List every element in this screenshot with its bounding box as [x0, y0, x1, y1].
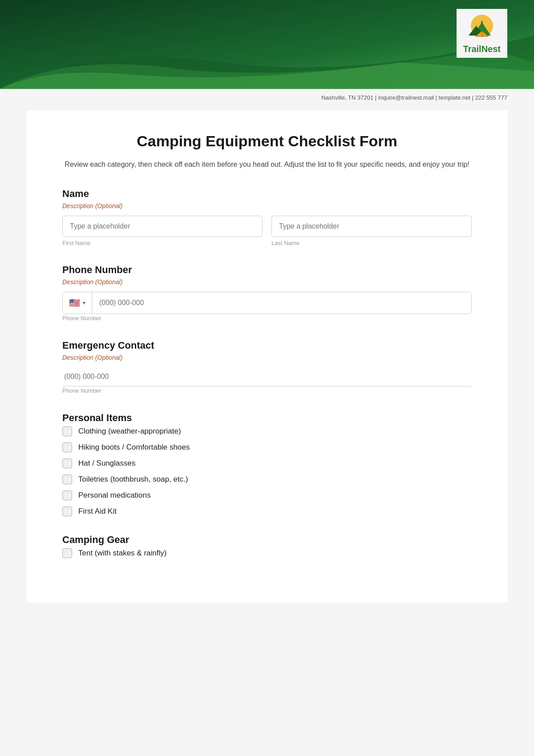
- list-item: Hat / Sunglasses: [62, 458, 472, 468]
- phone-label: Phone Number: [62, 315, 101, 322]
- phone-section-description: Description (Optional): [62, 278, 472, 286]
- form-description: Review each category, then check off eac…: [62, 159, 472, 170]
- checklist-item-label: Hat / Sunglasses: [78, 459, 136, 468]
- checkbox-hiking-boots[interactable]: [62, 442, 72, 452]
- last-name-field: Last Name: [271, 216, 472, 246]
- contact-info: Nashville, TN 37201 | inquire@trailnest.…: [321, 94, 507, 101]
- emergency-phone-input[interactable]: [62, 367, 472, 386]
- name-section: Name Description (Optional) First Name L…: [62, 188, 472, 246]
- emergency-section: Emergency Contact Description (Optional)…: [62, 340, 472, 394]
- phone-input[interactable]: [92, 292, 471, 314]
- list-item: First Aid Kit: [62, 507, 472, 516]
- checkbox-medications[interactable]: [62, 491, 72, 500]
- first-name-field: First Name: [62, 216, 263, 246]
- checkbox-tent[interactable]: [62, 548, 72, 558]
- phone-input-row: 🇺🇸 ▾: [62, 292, 472, 314]
- last-name-input[interactable]: [271, 216, 472, 237]
- checklist-item-label: Toiletries (toothbrush, soap, etc.): [78, 475, 188, 484]
- checkbox-clothing[interactable]: [62, 426, 72, 436]
- personal-items-section: Personal Items Clothing (weather-appropr…: [62, 412, 472, 516]
- header-wave: [0, 0, 534, 89]
- phone-section-title: Phone Number: [62, 264, 472, 276]
- page-wrapper: TrailNest Nashville, TN 37201 | inquire@…: [0, 0, 534, 756]
- country-selector[interactable]: 🇺🇸 ▾: [63, 292, 92, 314]
- camping-gear-section: Camping Gear Tent (with stakes & rainfly…: [62, 534, 472, 558]
- checklist-item-label: Tent (with stakes & rainfly): [78, 549, 166, 558]
- checkbox-toiletries[interactable]: [62, 475, 72, 484]
- first-name-input[interactable]: [62, 216, 263, 237]
- brand-name: TrailNest: [463, 44, 501, 54]
- contact-strip: Nashville, TN 37201 | inquire@trailnest.…: [0, 89, 534, 110]
- flag-icon: 🇺🇸: [69, 298, 80, 308]
- checklist-item-label: Hiking boots / Comfortable shoes: [78, 443, 190, 452]
- list-item: Hiking boots / Comfortable shoes: [62, 442, 472, 452]
- last-name-label: Last Name: [271, 240, 472, 246]
- emergency-section-title: Emergency Contact: [62, 340, 472, 351]
- emergency-phone-label: Phone Number: [62, 387, 101, 394]
- list-item: Clothing (weather-appropriate): [62, 426, 472, 436]
- list-item: Personal medications: [62, 491, 472, 500]
- form-title: Camping Equipment Checklist Form: [62, 133, 472, 150]
- personal-items-checklist: Clothing (weather-appropriate) Hiking bo…: [62, 426, 472, 516]
- camping-gear-title: Camping Gear: [62, 534, 472, 546]
- list-item: Tent (with stakes & rainfly): [62, 548, 472, 558]
- personal-items-title: Personal Items: [62, 412, 472, 424]
- phone-section: Phone Number Description (Optional) 🇺🇸 ▾…: [62, 264, 472, 322]
- checklist-item-label: Clothing (weather-appropriate): [78, 427, 181, 436]
- brand-logo-container: TrailNest: [457, 9, 507, 58]
- emergency-section-description: Description (Optional): [62, 354, 472, 361]
- camping-gear-checklist: Tent (with stakes & rainfly): [62, 548, 472, 558]
- name-section-description: Description (Optional): [62, 202, 472, 209]
- header: TrailNest: [0, 0, 534, 89]
- first-name-label: First Name: [62, 240, 263, 246]
- brand-logo-icon: [466, 13, 498, 42]
- checklist-item-label: First Aid Kit: [78, 507, 117, 516]
- checklist-item-label: Personal medications: [78, 491, 151, 500]
- checkbox-hat[interactable]: [62, 458, 72, 468]
- chevron-down-icon: ▾: [83, 300, 85, 306]
- checkbox-first-aid[interactable]: [62, 507, 72, 516]
- name-section-title: Name: [62, 188, 472, 200]
- main-content: Camping Equipment Checklist Form Review …: [27, 110, 507, 603]
- name-fields-row: First Name Last Name: [62, 216, 472, 246]
- list-item: Toiletries (toothbrush, soap, etc.): [62, 475, 472, 484]
